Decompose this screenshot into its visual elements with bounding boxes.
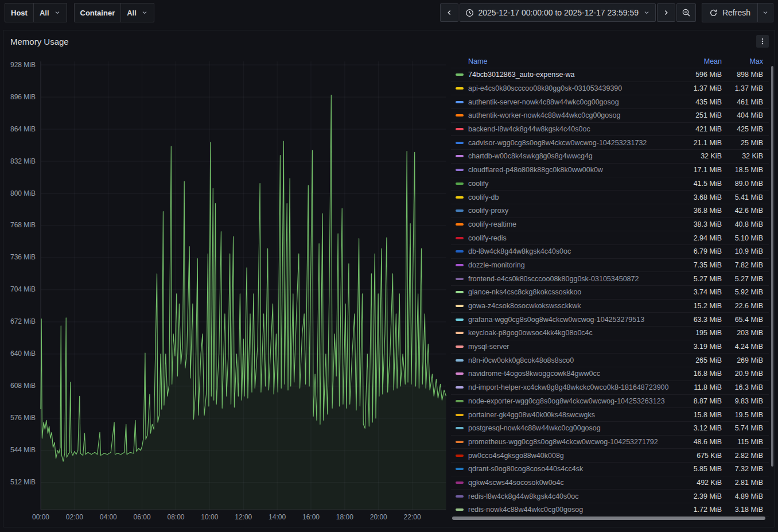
series-color-swatch[interactable] <box>456 182 464 185</box>
legend-row[interactable]: keycloak-p8gog0owsoc4kk4kg08o0c4c195 MiB… <box>451 327 769 340</box>
series-name[interactable]: redis-nowk4c88w44wkc0cg00gosog <box>468 506 670 514</box>
series-name[interactable]: navidrome-t4ogos8kwoggcowk84gww0cc <box>468 370 670 378</box>
legend-header-max[interactable]: Max <box>722 57 769 65</box>
legend-horizontal-scrollbar[interactable] <box>452 517 765 520</box>
legend-row[interactable]: coolify-realtime38.3 MiB40.8 MiB <box>451 218 769 232</box>
series-color-swatch[interactable] <box>456 332 464 334</box>
series-color-swatch[interactable] <box>456 508 464 511</box>
legend-row[interactable]: cadvisor-wgg0cg8s0og8w4ckcw0wcwog-104253… <box>451 136 769 150</box>
legend-row[interactable]: node-exporter-wgg0cg8s0og8w4ckcw0wcwog-1… <box>451 395 769 409</box>
variable-container-select[interactable]: All <box>121 3 154 22</box>
legend-row[interactable]: portainer-gk4gg08w40k00ks48swcwgks15.8 M… <box>451 408 769 422</box>
legend-row[interactable]: coolify41.5 MiB89.0 MiB <box>451 177 769 191</box>
legend-row[interactable]: postgresql-nowk4c88w44wkc0cg00gosog3.12 … <box>451 422 769 436</box>
legend-row[interactable]: prometheus-wgg0cg8s0og8w4ckcw0wcwog-1042… <box>451 436 769 449</box>
legend-row[interactable]: authentik-worker-nowk4c88w44wkc0cg00goso… <box>451 109 769 123</box>
series-name[interactable]: pw0cco4s4gksgo88w40k008g <box>468 452 670 460</box>
series-color-swatch[interactable] <box>456 209 464 212</box>
legend-header-name[interactable]: Name <box>451 57 670 65</box>
series-name[interactable]: keycloak-p8gog0owsoc4kk4kg08o0c4c <box>468 329 670 337</box>
series-name[interactable]: postgresql-nowk4c88w44wkc0cg00gosog <box>468 424 670 432</box>
time-shift-forward-button[interactable] <box>657 3 675 22</box>
series-color-swatch[interactable] <box>456 278 464 280</box>
series-name[interactable]: grafana-wgg0cg8s0og8w4ckcw0wcwog-1042532… <box>468 316 670 324</box>
legend-row[interactable]: authentik-server-nowk4c88w44wkc0cg00goso… <box>451 95 769 109</box>
series-color-swatch[interactable] <box>456 345 464 348</box>
legend-row[interactable]: grafana-wgg0cg8s0og8w4ckcw0wcwog-1042532… <box>451 313 769 327</box>
legend-row[interactable]: coolify-redis2.94 MiB5.10 MiB <box>451 231 769 245</box>
series-color-swatch[interactable] <box>456 169 464 171</box>
legend-row[interactable]: dozzle-monitoring7.35 MiB7.82 MiB <box>451 259 769 273</box>
series-color-swatch[interactable] <box>456 142 464 144</box>
series-color-swatch[interactable] <box>456 427 464 429</box>
series-color-swatch[interactable] <box>456 441 464 443</box>
series-name[interactable]: dozzle-monitoring <box>468 261 670 269</box>
series-name[interactable]: portainer-gk4gg08w40k00ks48swcwgks <box>468 411 670 419</box>
series-color-swatch[interactable] <box>456 237 464 239</box>
legend-row[interactable]: coolify-proxy36.8 MiB42.6 MiB <box>451 204 769 218</box>
series-color-swatch[interactable] <box>456 414 464 416</box>
time-shift-back-button[interactable] <box>440 3 458 22</box>
legend-row[interactable]: cloudflared-p48o808k88gc0k8k0ww00k0w17.1… <box>451 164 769 177</box>
legend-row[interactable]: nd-import-helper-xc4ckw8g8g48wkckc0wco0k… <box>451 381 769 395</box>
refresh-interval-dropdown[interactable] <box>757 3 773 22</box>
series-color-swatch[interactable] <box>456 128 464 130</box>
legend-row[interactable]: gowa-z4csok8osocwkokswssckkwk15.2 MiB22.… <box>451 300 769 313</box>
legend-row[interactable]: n8n-i0cw0okk0g8cok48o8s8sco0265 MiB269 M… <box>451 354 769 367</box>
series-color-swatch[interactable] <box>456 114 464 117</box>
legend-row[interactable]: backend-l8w4ck8g44w8kgsk4c40s0oc421 MiB4… <box>451 123 769 137</box>
series-name[interactable]: coolify-realtime <box>468 220 670 228</box>
legend-row[interactable]: 74bcb3012863_auto-expense-wa596 MiB898 M… <box>451 68 769 82</box>
series-name[interactable]: gowa-z4csok8osocwkokswssckkwk <box>468 302 670 310</box>
legend-row[interactable]: redis-l8w4ck8g44w8kgsk4c40s0oc2.39 MiB4.… <box>451 490 769 503</box>
series-name[interactable]: cloudflared-p48o808k88gc0k8k0ww00k0w <box>468 166 670 174</box>
legend-row[interactable]: pw0cco4s4gksgo88w40k008g675 KiB2.82 MiB <box>451 449 769 463</box>
series-name[interactable]: qgkw4scws44socosok0w0o4c <box>468 479 670 487</box>
series-name[interactable]: cadvisor-wgg0cg8s0og8w4ckcw0wcwog-104253… <box>468 139 670 147</box>
series-color-swatch[interactable] <box>456 319 464 321</box>
series-color-swatch[interactable] <box>456 155 464 157</box>
legend-row[interactable]: coolify-db3.68 MiB5.41 MiB <box>451 191 769 204</box>
series-name[interactable]: backend-l8w4ck8g44w8kgsk4c40s0oc <box>468 125 670 133</box>
series-color-swatch[interactable] <box>456 455 464 457</box>
series-name[interactable]: node-exporter-wgg0cg8s0og8w4ckcw0wcwog-1… <box>468 397 670 405</box>
series-color-swatch[interactable] <box>456 73 464 76</box>
legend-row[interactable]: navidrome-t4ogos8kwoggcowk84gww0cc16.8 M… <box>451 367 769 381</box>
legend-header-mean[interactable]: Mean <box>670 57 722 65</box>
legend-row[interactable]: db-l8w4ck8g44w8kgsk4c40s0oc6.79 MiB10.9 … <box>451 245 769 259</box>
variable-host-select[interactable]: All <box>34 3 67 22</box>
series-color-swatch[interactable] <box>456 250 464 253</box>
series-name[interactable]: 74bcb3012863_auto-expense-wa <box>468 71 670 79</box>
series-name[interactable]: mysql-server <box>468 343 670 351</box>
series-name[interactable]: qdrant-s0og80cog8coso440s4cc4sk <box>468 465 670 473</box>
legend-row[interactable]: qgkw4scws44socosok0w0o4c492 KiB2.81 MiB <box>451 476 769 490</box>
series-name[interactable]: coolify-db <box>468 193 670 201</box>
series-color-swatch[interactable] <box>456 468 464 470</box>
series-color-swatch[interactable] <box>456 223 464 226</box>
series-name[interactable]: db-l8w4ck8g44w8kgsk4c40s0oc <box>468 247 670 255</box>
series-name[interactable]: prometheus-wgg0cg8s0og8w4ckcw0wcwog-1042… <box>468 438 670 446</box>
series-color-swatch[interactable] <box>456 386 464 389</box>
series-color-swatch[interactable] <box>456 400 464 402</box>
series-color-swatch[interactable] <box>456 495 464 498</box>
series-color-swatch[interactable] <box>456 481 464 484</box>
series-name[interactable]: api-e4cs0k80scccoo08k80gg0sk-03105343939… <box>468 84 670 92</box>
legend-row[interactable]: api-e4cs0k80scccoo08k80gg0sk-03105343939… <box>451 82 769 96</box>
series-name[interactable]: frontend-e4cs0k80scccoo08k80gg0sk-031053… <box>468 275 670 283</box>
series-color-swatch[interactable] <box>456 87 464 90</box>
series-color-swatch[interactable] <box>456 291 464 293</box>
series-color-swatch[interactable] <box>456 264 464 266</box>
series-name[interactable]: authentik-server-nowk4c88w44wkc0cg00goso… <box>468 98 670 106</box>
series-name[interactable]: redis-l8w4ck8g44w8kgsk4c40s0oc <box>468 492 670 500</box>
legend-row[interactable]: redis-nowk4c88w44wkc0cg00gosog1.72 MiB3.… <box>451 503 769 517</box>
series-color-swatch[interactable] <box>456 359 464 362</box>
series-color-swatch[interactable] <box>456 305 464 307</box>
legend-vertical-scrollbar[interactable] <box>771 66 773 467</box>
series-name[interactable]: authentik-worker-nowk4c88w44wkc0cg00goso… <box>468 111 670 119</box>
refresh-button[interactable]: Refresh <box>702 3 757 22</box>
legend-row[interactable]: chartdb-w00c8k4swkg8g0s8g4wwcg4g32 KiB32… <box>451 150 769 164</box>
time-range-picker[interactable]: 2025-12-17 00:00:00 to 2025-12-17 23:59:… <box>460 3 656 22</box>
series-color-swatch[interactable] <box>456 372 464 375</box>
series-name[interactable]: coolify <box>468 180 670 188</box>
zoom-out-button[interactable] <box>676 3 696 22</box>
